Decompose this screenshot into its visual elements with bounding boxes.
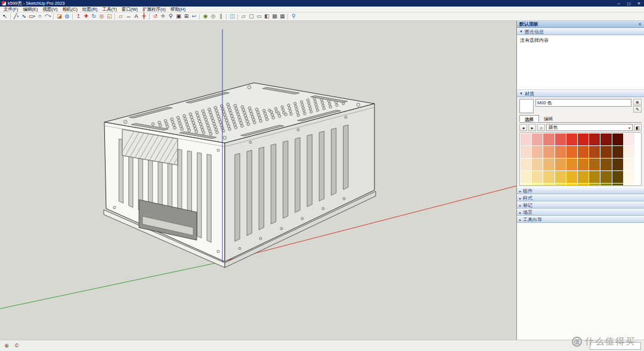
circle-button[interactable]: ○ (36, 13, 44, 20)
color-swatch[interactable] (578, 159, 589, 170)
color-swatch[interactable] (612, 184, 623, 186)
scale-button[interactable]: ◱ (106, 13, 113, 20)
menu-item-window[interactable]: 窗口(W) (119, 7, 140, 13)
orbit-button[interactable]: ↺ (151, 13, 159, 20)
color-chip-button[interactable]: ◧ (634, 124, 642, 131)
color-swatch[interactable] (600, 159, 611, 170)
color-swatch[interactable] (612, 146, 623, 158)
color-swatch[interactable] (543, 133, 554, 145)
color-swatch[interactable] (543, 171, 554, 183)
color-swatch[interactable] (589, 184, 600, 186)
color-swatch[interactable] (521, 159, 531, 170)
menu-item-edit[interactable]: 编辑(E) (21, 7, 41, 13)
color-swatch[interactable] (612, 133, 623, 145)
section-header-entity-info[interactable]: ▼ 图元信息 (517, 28, 644, 35)
create-material-button[interactable]: ⊕ (633, 99, 642, 105)
geolocation-icon[interactable]: ⊕ (3, 343, 10, 349)
menu-item-extensions[interactable]: 扩展程序(x) (140, 7, 168, 13)
color-swatch[interactable] (543, 159, 554, 170)
offset-button[interactable]: ◎ (98, 13, 105, 20)
menu-item-file[interactable]: 文件(F) (1, 7, 21, 13)
back-button[interactable]: ◂ (519, 124, 527, 131)
section-header-scenes[interactable]: ▸场景 (517, 209, 644, 216)
previous-view-button[interactable]: ↩ (190, 13, 197, 20)
color-swatch[interactable] (532, 146, 543, 158)
walk-button[interactable]: ∥ (217, 13, 224, 20)
color-swatch[interactable] (555, 133, 566, 145)
color-swatch[interactable] (624, 171, 634, 183)
color-swatch[interactable] (578, 171, 589, 183)
wireframe-mode-button[interactable]: ▢ (247, 13, 255, 20)
zoom-button[interactable]: ⚲ (167, 13, 174, 20)
rectangle-button[interactable]: ▭▾ (28, 13, 36, 20)
color-swatch[interactable] (624, 184, 634, 186)
position-camera-button[interactable]: ◉ (202, 13, 209, 20)
viewport[interactable] (0, 21, 516, 340)
close-button[interactable]: ✕ (634, 0, 644, 7)
arc-button[interactable]: ◠▾ (44, 13, 51, 20)
tab-edit[interactable]: 编辑 (539, 115, 558, 122)
section-header-styles[interactable]: ▸样式 (517, 194, 644, 201)
menu-item-draw[interactable]: 绘图(R) (80, 7, 100, 13)
color-swatch[interactable] (589, 159, 600, 170)
section-header-components[interactable]: ▸组件 (517, 187, 644, 194)
axes-button[interactable]: ╋ (140, 13, 147, 20)
color-swatch[interactable] (566, 171, 577, 183)
measurements-input[interactable] (590, 342, 641, 350)
line-button[interactable]: ╱▾ (13, 13, 20, 20)
material-name-field[interactable]: M00 色 (535, 99, 631, 107)
collection-dropdown[interactable]: 颜色 ▾ (546, 124, 633, 131)
section-header-tags[interactable]: ▸标记 (517, 201, 644, 209)
shaded-mode-button[interactable]: ◧ (263, 13, 270, 20)
monochrome-mode-button[interactable]: ▦ (278, 13, 286, 20)
color-swatch[interactable] (532, 171, 543, 183)
rotate-button[interactable]: ↻ (90, 13, 97, 20)
credits-icon[interactable]: © (13, 343, 20, 349)
color-swatch[interactable] (612, 159, 623, 170)
select-button[interactable]: ↖ (1, 13, 8, 20)
color-swatch[interactable] (543, 184, 554, 186)
color-swatch[interactable] (600, 133, 611, 145)
color-swatch[interactable] (600, 146, 611, 158)
color-swatch[interactable] (555, 146, 566, 158)
color-swatch[interactable] (566, 159, 577, 170)
maximize-button[interactable]: ▢ (624, 0, 634, 7)
color-swatch[interactable] (555, 184, 566, 186)
color-swatch[interactable] (521, 133, 531, 145)
push-pull-button[interactable]: ↥ (75, 13, 82, 20)
color-swatch[interactable] (532, 159, 543, 170)
sample-paint-button[interactable]: ✎ (633, 106, 642, 113)
color-swatch[interactable] (589, 146, 600, 158)
color-swatch[interactable] (624, 133, 634, 145)
color-swatch[interactable] (589, 171, 600, 183)
color-swatch[interactable] (532, 133, 543, 145)
color-swatch[interactable] (578, 184, 589, 186)
search-button[interactable]: ⚲ (290, 13, 297, 20)
color-swatch[interactable] (521, 146, 531, 158)
color-swatch[interactable] (543, 146, 554, 158)
color-swatch[interactable] (521, 184, 531, 186)
menu-item-view[interactable]: 视图(V) (41, 7, 60, 13)
color-swatch[interactable] (624, 159, 634, 170)
zoom-extents-button[interactable]: ⊞ (182, 13, 190, 20)
move-button[interactable]: ✚ (82, 13, 89, 20)
section-header-instructor[interactable]: ▸工具向导 (517, 216, 644, 223)
xray-mode-button[interactable]: ▱ (240, 13, 247, 20)
color-swatch[interactable] (578, 146, 589, 158)
menu-item-tools[interactable]: 工具(T) (100, 7, 119, 13)
forward-button[interactable]: ▸ (528, 124, 536, 131)
paint-bucket-button[interactable]: ◍ (63, 13, 70, 20)
color-swatch[interactable] (624, 146, 634, 158)
in-model-button[interactable]: ⌂ (537, 124, 545, 131)
material-preview[interactable] (519, 99, 534, 113)
pan-button[interactable]: ✛ (159, 13, 166, 20)
color-swatch[interactable] (566, 146, 577, 158)
color-swatch[interactable] (600, 171, 611, 183)
look-around-button[interactable]: ◎ (209, 13, 216, 20)
color-swatch[interactable] (532, 184, 543, 186)
freehand-button[interactable]: ∿ (20, 13, 27, 20)
color-swatch[interactable] (521, 171, 531, 183)
menu-item-camera[interactable]: 相机(C) (60, 7, 80, 13)
tray-close-icon[interactable]: ✕ (638, 22, 642, 27)
dimension-button[interactable]: ↔ (125, 13, 132, 20)
